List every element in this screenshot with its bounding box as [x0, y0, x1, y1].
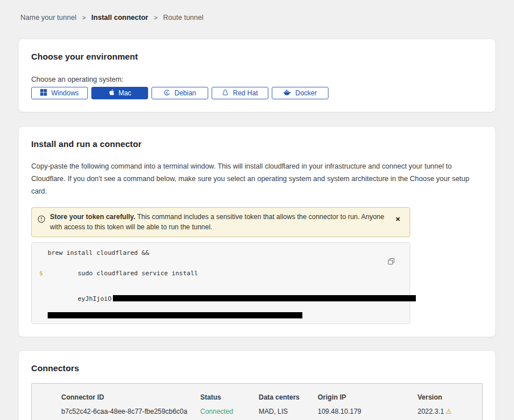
os-button-debian[interactable]: Debian	[151, 87, 208, 99]
choose-environment-card: Choose your environment Choose an operat…	[18, 39, 496, 112]
version-warning-icon[interactable]: ⚠	[446, 408, 452, 415]
token-redaction-bar	[113, 295, 416, 301]
connector-id-cell: b7c52c42-6caa-48ee-8c77-fbe259cb6c0a	[61, 408, 200, 415]
debian-icon	[163, 89, 170, 98]
os-button-group: Windows Mac Debian Red Hat	[31, 87, 483, 99]
breadcrumb-item-install-connector[interactable]: Install connector	[91, 14, 148, 22]
install-instructions: Copy-paste the following command into a …	[31, 161, 483, 198]
os-button-label: Mac	[119, 89, 132, 97]
shell-prompt: $	[39, 269, 43, 278]
breadcrumb-separator: >	[154, 14, 157, 21]
origin-ip-cell: 109.48.10.179	[318, 408, 418, 415]
os-button-label: Debian	[174, 89, 196, 97]
token-prefix: eyJhIjoiO	[78, 295, 112, 303]
breadcrumb: Name your tunnel > Install connector > R…	[20, 0, 496, 22]
install-connector-card: Install and run a connector Copy-paste t…	[18, 126, 496, 337]
connectors-card: Connectors Connector ID Status Data cent…	[18, 350, 496, 420]
token-redaction-bar	[48, 312, 302, 318]
os-button-docker[interactable]: Docker	[272, 87, 328, 99]
command-line-1: brew install cloudflared &&	[32, 249, 410, 257]
col-header-data-centers: Data centers	[259, 393, 318, 401]
page: Name your tunnel > Install connector > R…	[0, 0, 514, 420]
os-select-label: Choose an operating system:	[31, 75, 483, 83]
version-cell: 2022.3.1⚠	[418, 408, 473, 415]
os-button-label: Docker	[295, 89, 317, 97]
col-header-status: Status	[200, 393, 259, 401]
data-centers-cell: MAD, LIS	[259, 408, 318, 415]
os-button-label: Red Hat	[233, 89, 258, 97]
install-connector-title: Install and run a connector	[31, 139, 483, 149]
col-header-origin-ip: Origin IP	[318, 393, 418, 401]
token-warning-text: Store your token carefully. This command…	[50, 212, 387, 233]
choose-environment-title: Choose your environment	[31, 52, 483, 61]
os-button-redhat[interactable]: Red Hat	[212, 87, 268, 99]
connectors-title: Connectors	[31, 363, 483, 373]
redhat-icon	[222, 89, 229, 98]
os-button-windows[interactable]: Windows	[31, 87, 88, 99]
breadcrumb-item-route-tunnel[interactable]: Route tunnel	[163, 14, 204, 22]
command-line-2: $sudo cloudflared service install	[32, 261, 410, 286]
os-button-label: Windows	[51, 89, 79, 97]
connectors-table: Connector ID Status Data centers Origin …	[31, 383, 483, 420]
apple-icon	[108, 89, 115, 98]
token-warning-title: Store your token carefully.	[50, 213, 136, 221]
col-header-version: Version	[418, 393, 473, 401]
breadcrumb-item-name-your-tunnel[interactable]: Name your tunnel	[20, 14, 77, 22]
token-warning-banner: Store your token carefully. This command…	[31, 207, 410, 237]
command-token-line: eyJhIjoiO	[32, 286, 410, 312]
docker-icon	[283, 89, 291, 98]
circle-exclamation-icon	[37, 215, 45, 226]
status-badge: Connected	[200, 408, 259, 415]
copy-icon[interactable]	[386, 257, 396, 268]
breadcrumb-separator: >	[82, 14, 86, 21]
windows-icon	[40, 89, 47, 98]
version-value: 2022.3.1	[418, 408, 444, 415]
close-icon[interactable]: ✕	[392, 212, 403, 222]
os-button-mac[interactable]: Mac	[91, 87, 148, 99]
command-line-2-text: sudo cloudflared service install	[78, 270, 198, 277]
col-header-connector-id: Connector ID	[61, 393, 200, 401]
command-code-block: brew install cloudflared && $sudo cloudf…	[31, 242, 410, 324]
